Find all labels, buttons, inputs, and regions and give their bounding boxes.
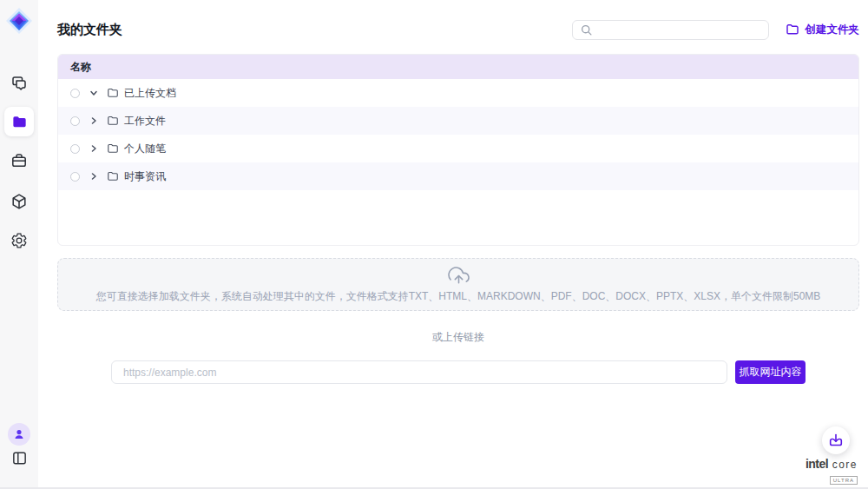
chevron-right-icon[interactable] bbox=[89, 143, 99, 154]
page-title: 我的文件夹 bbox=[57, 22, 122, 38]
settings-gear-icon[interactable] bbox=[0, 232, 38, 249]
intel-core-logo: intel core ultra bbox=[806, 457, 858, 485]
folder-name: 已上传文档 bbox=[124, 86, 176, 101]
column-header-name: 名称 bbox=[58, 55, 858, 79]
folder-name: 个人随笔 bbox=[124, 142, 166, 156]
folder-name: 工作文件 bbox=[124, 114, 166, 129]
folder-icon bbox=[107, 87, 119, 99]
row-checkbox[interactable] bbox=[70, 89, 80, 98]
folder-row[interactable]: 已上传文档 bbox=[58, 79, 858, 107]
panel-toggle-icon[interactable] bbox=[0, 450, 38, 466]
row-checkbox[interactable] bbox=[70, 144, 80, 154]
search-input[interactable] bbox=[598, 23, 761, 36]
search-box[interactable] bbox=[572, 20, 769, 40]
main-content: 我的文件夹 创建文件夹 名称 已上传文档 bbox=[38, 0, 868, 489]
create-folder-button[interactable]: 创建文件夹 bbox=[786, 23, 860, 37]
row-checkbox[interactable] bbox=[70, 116, 80, 126]
folder-table: 名称 已上传文档 工作文件 bbox=[57, 54, 859, 246]
folder-row[interactable]: 工作文件 bbox=[58, 107, 858, 135]
chevron-right-icon[interactable] bbox=[89, 116, 99, 126]
row-checkbox[interactable] bbox=[70, 172, 80, 182]
upload-hint: 您可直接选择加载文件夹，系统自动处理其中的文件，文件格式支持TXT、HTML、M… bbox=[96, 289, 821, 304]
folder-name: 时事资讯 bbox=[124, 169, 166, 184]
folder-icon bbox=[107, 142, 119, 155]
chevron-down-icon[interactable] bbox=[89, 88, 99, 98]
upload-dropzone[interactable]: 您可直接选择加载文件夹，系统自动处理其中的文件，文件格式支持TXT、HTML、M… bbox=[57, 258, 859, 311]
folder-icon bbox=[107, 115, 119, 127]
search-icon bbox=[580, 23, 593, 36]
folders-icon[interactable] bbox=[4, 107, 34, 136]
page-header: 我的文件夹 创建文件夹 bbox=[57, 19, 859, 40]
briefcase-icon[interactable] bbox=[0, 152, 38, 169]
folder-row[interactable]: 个人随笔 bbox=[58, 135, 858, 162]
create-folder-label: 创建文件夹 bbox=[806, 23, 860, 37]
intel-product-text: core bbox=[832, 459, 858, 471]
folder-row[interactable]: 时事资讯 bbox=[58, 162, 858, 190]
download-icon bbox=[827, 432, 845, 449]
folder-icon bbox=[107, 170, 119, 182]
user-avatar[interactable] bbox=[8, 423, 30, 446]
intel-brand-text: intel bbox=[806, 457, 828, 471]
create-folder-icon bbox=[786, 23, 799, 36]
fetch-url-button[interactable]: 抓取网址内容 bbox=[735, 360, 806, 384]
or-upload-link-label: 或上传链接 bbox=[57, 330, 859, 345]
intel-ultra-badge: ultra bbox=[830, 476, 858, 485]
url-upload-row: 抓取网址内容 bbox=[57, 360, 859, 384]
chevron-right-icon[interactable] bbox=[89, 171, 99, 182]
url-input[interactable] bbox=[111, 360, 727, 384]
package-icon[interactable] bbox=[0, 193, 38, 210]
app-logo-icon bbox=[3, 5, 35, 36]
download-button[interactable] bbox=[822, 426, 850, 454]
chat-icon[interactable] bbox=[0, 75, 38, 92]
cloud-upload-icon bbox=[448, 265, 470, 287]
sidebar bbox=[0, 0, 38, 489]
